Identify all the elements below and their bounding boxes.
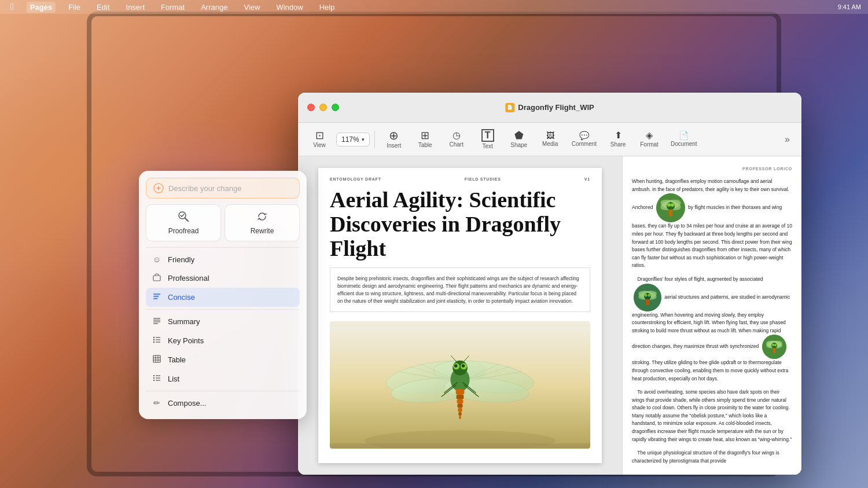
document-area: ENTOMOLOGY DRAFT FIELD STUDIES V1 Aerial…	[298, 156, 801, 475]
svg-line-56	[182, 214, 184, 217]
menubar-arrange[interactable]: Arrange	[197, 2, 231, 13]
document-icon: 📄	[505, 103, 514, 112]
meta-center: FIELD STUDIES	[465, 177, 501, 181]
ai-actions: Proofread Rewrite	[146, 204, 300, 241]
toolbar-share-btn[interactable]: ⬆ Share	[604, 129, 632, 150]
maximize-button[interactable]	[332, 104, 339, 111]
menubar-help[interactable]: Help	[316, 2, 339, 13]
menubar-time: 9:41 AM	[838, 3, 861, 10]
menu-item-compose[interactable]: ✏ Compose...	[146, 394, 300, 412]
svg-rect-18	[456, 390, 465, 395]
concise-icon	[152, 292, 162, 302]
svg-point-43	[648, 293, 651, 296]
format-label: Format	[640, 141, 659, 148]
zoom-control[interactable]: 117% ▾	[336, 133, 370, 146]
menubar-right: 9:41 AM	[838, 3, 861, 10]
document-toolbar-icon: 📄	[679, 131, 689, 140]
svg-rect-19	[457, 395, 464, 399]
toolbar-text-btn[interactable]: T Text	[473, 127, 502, 152]
comment-label: Comment	[572, 141, 597, 147]
toolbar-comment-btn[interactable]: 💬 Comment	[567, 129, 601, 149]
menubar:  Pages File Edit Insert Format Arrange …	[0, 0, 868, 14]
ai-writing-panel: Describe your change Proofread	[139, 171, 307, 419]
view-icon: ⊡	[315, 130, 324, 141]
rewrite-label: Rewrite	[251, 227, 274, 235]
toolbar-chart-btn[interactable]: ◷ Chart	[442, 129, 471, 150]
menubar-window[interactable]: Window	[273, 2, 306, 13]
right-panel[interactable]: PROFESSOR LORICO When hunting, dragonfli…	[622, 156, 801, 475]
svg-point-49	[772, 344, 774, 346]
svg-rect-44	[646, 299, 649, 305]
ai-search-bar[interactable]: Describe your change	[146, 178, 300, 199]
menu-item-friendly[interactable]: ☺ Friendly	[146, 250, 300, 269]
ai-divider-1	[146, 247, 300, 248]
concise-label: Concise	[168, 293, 195, 302]
menubar-view[interactable]: View	[240, 2, 263, 13]
svg-rect-73	[153, 355, 160, 362]
keypoints-label: Key Points	[168, 336, 204, 345]
svg-rect-22	[458, 408, 462, 412]
svg-point-71	[153, 342, 155, 343]
compose-label: Compose...	[168, 399, 206, 408]
desktop:  Pages File Edit Insert Format Arrange …	[0, 0, 868, 488]
svg-rect-80	[153, 377, 155, 379]
proofread-icon	[178, 211, 189, 225]
summary-label: Summary	[168, 317, 200, 326]
svg-rect-57	[153, 276, 160, 281]
menubar-format[interactable]: Format	[157, 2, 188, 13]
dragonfly-illustration	[330, 321, 590, 449]
toolbar-more-btn[interactable]: »	[780, 132, 795, 147]
menubar-file[interactable]: File	[65, 2, 84, 13]
article-intro[interactable]: Despite being prehistoric insects, drago…	[330, 267, 590, 312]
close-button[interactable]	[307, 104, 315, 111]
minimize-button[interactable]	[319, 104, 327, 111]
shape-label: Shape	[510, 142, 527, 148]
menu-item-summary[interactable]: Summary	[146, 312, 300, 331]
meta-left: ENTOMOLOGY DRAFT	[330, 177, 381, 181]
menubar-insert[interactable]: Insert	[123, 2, 149, 13]
rewrite-button[interactable]: Rewrite	[225, 204, 300, 241]
keypoints-icon	[152, 336, 162, 346]
ai-search-placeholder[interactable]: Describe your change	[168, 184, 292, 193]
menu-item-table[interactable]: Table	[146, 350, 300, 369]
menu-item-list[interactable]: List	[146, 369, 300, 388]
media-label: Media	[542, 141, 558, 147]
proofread-button[interactable]: Proofread	[146, 204, 221, 241]
toolbar-format-btn[interactable]: ◈ Format	[635, 129, 664, 150]
menubar-edit[interactable]: Edit	[93, 2, 113, 13]
toolbar-media-btn[interactable]: 🖼 Media	[536, 129, 565, 149]
toolbar-insert-btn[interactable]: ⊕ Insert	[380, 127, 409, 151]
svg-rect-23	[458, 412, 462, 416]
toolbar-view-btn[interactable]: ⊡ View	[305, 128, 334, 151]
document-page[interactable]: ENTOMOLOGY DRAFT FIELD STUDIES V1 Aerial…	[298, 156, 622, 475]
comment-icon: 💬	[579, 131, 589, 140]
article-title[interactable]: Aerial Agility: Scientific Discoveries i…	[318, 186, 602, 267]
svg-point-69	[153, 339, 155, 340]
menu-item-keypoints[interactable]: Key Points	[146, 331, 300, 350]
toolbar-shape-btn[interactable]: ⬟ Shape	[505, 128, 534, 151]
traffic-lights	[307, 104, 339, 111]
menubar-pages[interactable]: Pages	[27, 2, 56, 13]
list-icon	[152, 374, 162, 384]
svg-point-42	[645, 293, 648, 296]
right-panel-text-2: Dragonflies' four styles of flight, augm…	[632, 276, 792, 383]
right-panel-text-3: To avoid overheating, some species also …	[632, 388, 792, 443]
svg-point-35	[667, 203, 671, 207]
apple-menu[interactable]: 	[7, 1, 17, 13]
meta-right: V1	[584, 177, 590, 181]
menu-item-professional[interactable]: Professional	[146, 269, 300, 288]
menu-item-concise[interactable]: Concise	[146, 288, 300, 307]
shape-icon: ⬟	[514, 130, 524, 141]
ai-sparkle-icon	[153, 183, 164, 193]
toolbar-table-btn[interactable]: ⊞ Table	[411, 128, 440, 151]
window-title-text: Dragonfly Flight_WIP	[518, 103, 594, 112]
svg-point-17	[462, 365, 465, 368]
professor-header: PROFESSOR LORICO	[632, 166, 792, 172]
right-panel-text-4: The unique physiological structure of th…	[632, 449, 792, 465]
svg-point-16	[454, 365, 458, 368]
insert-icon: ⊕	[389, 130, 399, 141]
share-icon: ⬆	[615, 131, 622, 140]
toolbar-document-btn[interactable]: 📄 Document	[666, 129, 702, 149]
summary-icon	[152, 317, 162, 326]
toolbar: ⊡ View 117% ▾ ⊕ Insert ⊞ Table ◷ Chart	[298, 123, 801, 156]
